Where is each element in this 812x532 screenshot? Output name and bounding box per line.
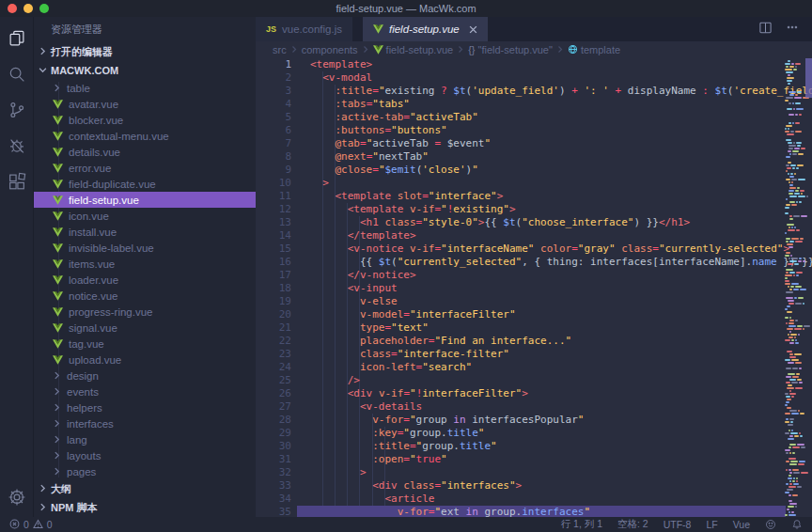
code-line-10[interactable]: 10 >: [256, 177, 812, 190]
line-number: 5: [256, 111, 291, 124]
tree-item-avatar.vue[interactable]: avatar.vue: [34, 96, 256, 112]
status-item-2[interactable]: 空格: 2: [617, 518, 648, 531]
settings-gear-icon[interactable]: [7, 487, 27, 508]
breadcrumb-item-5[interactable]: template: [568, 44, 620, 56]
code-line-30[interactable]: 30 :title="group.title": [256, 440, 812, 453]
extensions-icon[interactable]: [7, 171, 27, 192]
tree-item-helpers[interactable]: helpers: [34, 399, 256, 415]
tree-item-lang[interactable]: lang: [34, 431, 256, 447]
more-actions-icon[interactable]: [786, 21, 799, 38]
code-line-35[interactable]: 35 v-for="ext in group.interfaces": [256, 506, 812, 517]
tree-item-signal.vue[interactable]: signal.vue: [34, 320, 256, 336]
line-number: 9: [256, 164, 291, 177]
tree-item-table[interactable]: table: [34, 80, 256, 96]
code-line-24[interactable]: 24 icon-left="search": [256, 361, 812, 374]
code-line-17[interactable]: 17 </v-notice>: [256, 269, 812, 282]
code-line-19[interactable]: 19 v-else: [256, 295, 812, 308]
code-line-4[interactable]: 4 :tabs="tabs": [256, 98, 812, 111]
close-tab-icon[interactable]: [469, 25, 477, 34]
tree-item-error.vue[interactable]: error.vue: [34, 160, 256, 176]
code-line-20[interactable]: 20 v-model="interfaceFilter": [256, 308, 812, 321]
tree-item-icon.vue[interactable]: icon.vue: [34, 208, 256, 224]
breadcrumb-item-4[interactable]: {}"field-setup.vue": [468, 44, 553, 55]
tree-item-loader.vue[interactable]: loader.vue: [34, 272, 256, 288]
code-line-29[interactable]: 29 :key="group.title": [256, 427, 812, 440]
code-line-25[interactable]: 25 />: [256, 374, 812, 387]
explorer-icon[interactable]: [7, 28, 27, 49]
tree-item-layouts[interactable]: layouts: [34, 447, 256, 463]
code-line-12[interactable]: 12 <template v-if="!existing">: [256, 203, 812, 216]
code-line-27[interactable]: 27 <v-details: [256, 400, 812, 414]
minimap[interactable]: [785, 58, 805, 517]
chevron-down-icon: [39, 65, 47, 76]
search-icon[interactable]: [7, 64, 27, 85]
close-window-button[interactable]: [8, 4, 17, 13]
editor-scrollbar[interactable]: [805, 58, 812, 98]
code-line-18[interactable]: 18 <v-input: [256, 282, 812, 295]
npm-scripts-section[interactable]: NPM 脚本: [34, 498, 256, 517]
tree-item-tag.vue[interactable]: tag.vue: [34, 336, 256, 352]
tree-item-interfaces[interactable]: interfaces: [34, 415, 256, 431]
code-line-11[interactable]: 11 <template slot="interface">: [256, 190, 812, 203]
feedback-smiley-icon[interactable]: [765, 519, 776, 530]
maximize-window-button[interactable]: [39, 4, 49, 13]
code-line-1[interactable]: 1<template>: [256, 58, 812, 71]
breadcrumb-item-3[interactable]: field-setup.vue: [373, 44, 454, 55]
breadcrumb-item-2[interactable]: components: [302, 44, 358, 55]
open-editors-section[interactable]: 打开的编辑器: [34, 42, 256, 61]
debug-disabled-icon[interactable]: [7, 135, 27, 156]
tab-vue.config.js[interactable]: JSvue.config.js: [256, 17, 352, 41]
status-item-4[interactable]: LF: [706, 519, 717, 530]
breadcrumb-item-1[interactable]: src: [273, 44, 287, 55]
tree-item-items.vue[interactable]: items.vue: [34, 256, 256, 272]
problems-indicator[interactable]: 0 0: [9, 519, 53, 531]
tab-field-setup.vue[interactable]: field-setup.vue: [363, 17, 488, 41]
tree-item-field-duplicate.vue[interactable]: field-duplicate.vue: [34, 176, 256, 192]
code-line-23[interactable]: 23 class="interface-filter": [256, 348, 812, 361]
code-line-28[interactable]: 28 v-for="group in interfacesPopular": [256, 414, 812, 427]
breadcrumb-separator-icon: [290, 44, 298, 55]
status-item-5[interactable]: Vue: [733, 519, 750, 530]
code-line-21[interactable]: 21 type="text": [256, 321, 812, 335]
project-root-section[interactable]: MACWK.COM: [34, 61, 256, 80]
minimize-window-button[interactable]: [23, 4, 33, 13]
title-bar: field-setup.vue — MacWk.com: [0, 0, 812, 17]
code-editor[interactable]: 1<template>2 <v-modal3 :title="existing …: [256, 58, 812, 517]
tree-item-blocker.vue[interactable]: blocker.vue: [34, 112, 256, 128]
code-line-13[interactable]: 13 <h1 class="style-0">{{ $t("choose_int…: [256, 216, 812, 229]
code-line-5[interactable]: 5 :active-tab="activeTab": [256, 111, 812, 124]
tree-item-details.vue[interactable]: details.vue: [34, 144, 256, 160]
status-item-1[interactable]: 行 1, 列 1: [561, 518, 602, 531]
code-line-3[interactable]: 3 :title="existing ? $t('update_field') …: [256, 85, 812, 98]
tree-item-events[interactable]: events: [34, 383, 256, 399]
code-line-2[interactable]: 2 <v-modal: [256, 71, 812, 85]
outline-section[interactable]: 大纲: [34, 479, 256, 498]
tree-item-field-setup.vue[interactable]: field-setup.vue: [34, 192, 256, 208]
code-line-7[interactable]: 7 @tab="activeTab = $event": [256, 137, 812, 150]
code-line-14[interactable]: 14 </template>: [256, 229, 812, 243]
code-line-8[interactable]: 8 @next="nextTab": [256, 150, 812, 164]
tree-item-upload.vue[interactable]: upload.vue: [34, 352, 256, 368]
code-line-31[interactable]: 31 :open="true": [256, 453, 812, 466]
code-line-16[interactable]: 16 {{ $t("currently_selected", { thing: …: [256, 256, 812, 269]
line-number: 7: [256, 137, 291, 150]
tree-item-progress-ring.vue[interactable]: progress-ring.vue: [34, 304, 256, 320]
tree-item-design[interactable]: design: [34, 368, 256, 383]
code-line-34[interactable]: 34 <article: [256, 493, 812, 506]
notifications-bell-icon[interactable]: [791, 519, 803, 530]
tree-item-notice.vue[interactable]: notice.vue: [34, 288, 256, 304]
code-line-9[interactable]: 9 @close="$emit('close')": [256, 164, 812, 177]
tree-item-invisible-label.vue[interactable]: invisible-label.vue: [34, 240, 256, 256]
tree-item-install.vue[interactable]: install.vue: [34, 224, 256, 240]
code-line-15[interactable]: 15 <v-notice v-if="interfaceName" color=…: [256, 243, 812, 256]
code-line-32[interactable]: 32 >: [256, 466, 812, 479]
code-line-22[interactable]: 22 placeholder="Find an interface...": [256, 335, 812, 348]
code-line-33[interactable]: 33 <div class="interfaces">: [256, 479, 812, 493]
tree-item-contextual-menu.vue[interactable]: contextual-menu.vue: [34, 128, 256, 144]
code-line-6[interactable]: 6 :buttons="buttons": [256, 124, 812, 137]
source-control-icon[interactable]: [7, 100, 27, 120]
code-line-26[interactable]: 26 <div v-if="!interfaceFilter">: [256, 387, 812, 400]
split-editor-icon[interactable]: [758, 21, 773, 39]
tree-item-pages[interactable]: pages: [34, 463, 256, 479]
status-item-3[interactable]: UTF-8: [664, 519, 692, 530]
